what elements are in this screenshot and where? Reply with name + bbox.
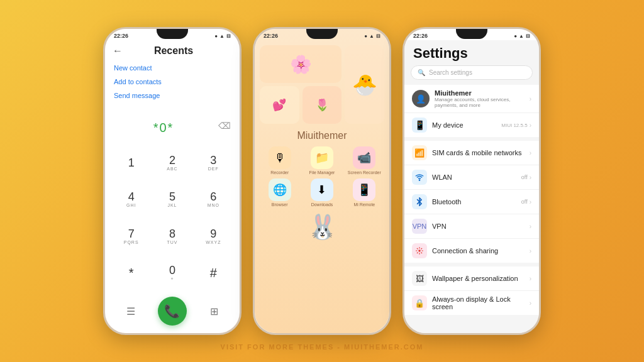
call-button[interactable]: 📞: [158, 297, 187, 326]
dial-key-hash[interactable]: #: [194, 255, 233, 290]
sim-text: SIM cards & mobile networks: [432, 149, 525, 156]
bluetooth-text: Bluetooth: [432, 198, 516, 206]
app-screen-recorder[interactable]: 📹 Screen Recorder: [345, 146, 384, 175]
dial-key-0[interactable]: 0 +: [152, 255, 192, 290]
phone-recents: 22:26 ● ▲ ⊟ ← Recents New contact Add to…: [103, 27, 242, 335]
chevron-icon-3: ›: [530, 150, 531, 156]
chevron-icon-8: ›: [530, 275, 531, 282]
chevron-icon-4: ›: [530, 174, 531, 181]
chevron-icon-5: ›: [530, 199, 531, 206]
connection-text: Connection & sharing: [432, 247, 525, 255]
account-name: Miuithemer: [435, 89, 525, 97]
chevron-icon-9: ›: [530, 300, 531, 307]
chevron-icon-2: ›: [530, 122, 531, 129]
camera-notch-2: [306, 29, 338, 39]
dial-key-3[interactable]: 3 DEF: [194, 145, 233, 180]
chevron-icon-7: ›: [530, 248, 531, 255]
chevron-icon: ›: [530, 96, 531, 102]
search-icon: 🔍: [418, 69, 425, 76]
avatar: 👤: [412, 90, 430, 107]
dial-key-7[interactable]: 7 PQRS: [111, 219, 151, 254]
chevron-icon-6: ›: [530, 223, 531, 230]
device-label: My device: [432, 121, 496, 129]
dialpad-display: *0*: [114, 111, 213, 140]
bluetooth-icon: [412, 194, 427, 209]
account-row[interactable]: 👤 Miuithemer Manage accounts, cloud serv…: [404, 85, 539, 113]
search-placeholder: Search settings: [429, 69, 472, 76]
vpn-text: VPN: [432, 222, 525, 230]
status-icons-1: ● ▲ ⊟: [214, 33, 231, 39]
account-section: 👤 Miuithemer Manage accounts, cloud serv…: [404, 85, 539, 137]
widget-small-1: 💕: [260, 86, 299, 124]
vpn-icon: VPN: [412, 219, 427, 234]
account-text: Miuithemer Manage accounts, cloud servic…: [435, 89, 525, 108]
recents-links: New contact Add to contacts Send message: [105, 59, 240, 104]
camera-notch: [157, 29, 188, 39]
dial-key-8[interactable]: 8 TUV: [152, 219, 192, 254]
my-device-row[interactable]: 📱 My device MIUI 12.5.5 ›: [404, 113, 539, 137]
delete-icon[interactable]: ⌫: [218, 121, 231, 131]
phone-home: 22:26 ● ▲ ⊟ 🌸 🐣 💕 🌷 Miuithemer 🎙 Recorde…: [253, 27, 391, 335]
app-recorder[interactable]: 🎙 Recorder: [260, 146, 299, 175]
bluetooth-row[interactable]: Bluetooth off ›: [404, 190, 539, 214]
app-downloads[interactable]: ⬇ Downloads: [302, 178, 341, 207]
device-right: MIUI 12.5.5 ›: [501, 122, 531, 129]
settings-search-bar[interactable]: 🔍 Search settings: [411, 65, 533, 80]
always-on-row[interactable]: 🔒 Always-on display & Lock screen ›: [404, 291, 539, 315]
wallpaper-label: Wallpaper & personalization: [432, 275, 525, 282]
always-on-text: Always-on display & Lock screen: [432, 295, 525, 310]
device-text: My device: [432, 121, 496, 129]
dial-key-4[interactable]: 4 GHI: [111, 182, 151, 217]
wlan-status: off: [521, 174, 528, 180]
dial-key-6[interactable]: 6 MNO: [194, 182, 233, 217]
sim-row[interactable]: 📶 SIM cards & mobile networks ›: [404, 141, 539, 165]
wlan-right: off ›: [521, 174, 531, 181]
dialpad-bottom: ☰ 📞 ⊞: [105, 293, 240, 333]
settings-title: Settings: [404, 40, 539, 65]
vpn-row[interactable]: VPN VPN ›: [404, 214, 539, 239]
bluetooth-label: Bluetooth: [432, 198, 516, 206]
time-3: 22:26: [413, 33, 428, 39]
dial-key-1[interactable]: 1: [111, 145, 151, 180]
status-icons-2: ● ▲ ⊟: [364, 33, 380, 39]
settings-scroll: Settings 🔍 Search settings 👤 Miuithemer …: [404, 40, 539, 333]
dialpad-grid-icon[interactable]: ⊞: [203, 300, 225, 322]
wlan-row[interactable]: WLAN off ›: [404, 165, 539, 190]
account-sub: Manage accounts, cloud services, payment…: [435, 97, 525, 108]
time-2: 22:26: [264, 33, 278, 39]
app-mi-remote[interactable]: 📱 Mi Remote: [345, 178, 384, 207]
widget-grid: 🌸 🐣 💕 🌷: [260, 45, 384, 124]
app-file-manager[interactable]: 📁 File Manager: [302, 146, 341, 175]
app-grid-1: 🎙 Recorder 📁 File Manager 📹 Screen Recor…: [260, 146, 384, 175]
vpn-label: VPN: [432, 222, 525, 230]
wallpaper-row[interactable]: 🖼 Wallpaper & personalization ›: [404, 266, 539, 291]
dial-key-star[interactable]: *: [111, 255, 151, 290]
app-grid-2: 🌐 Browser ⬇ Downloads 📱 Mi Remote: [260, 178, 384, 207]
watermark-text: VISIT FOR MORE THEMES - MIUITHEMER.COM: [221, 343, 424, 351]
bluetooth-status: off: [521, 199, 528, 205]
wlan-text: WLAN: [432, 173, 516, 181]
connection-icon: [412, 243, 427, 258]
app-browser[interactable]: 🌐 Browser: [260, 178, 299, 207]
recents-title: Recents: [128, 45, 219, 57]
back-button[interactable]: ←: [113, 45, 123, 57]
lock-icon: 🔒: [412, 295, 427, 310]
svg-point-1: [418, 250, 421, 252]
dialpad-menu-icon[interactable]: ☰: [119, 300, 142, 322]
dial-key-9[interactable]: 9 WXYZ: [194, 219, 233, 254]
recents-header: ← Recents: [105, 40, 240, 59]
home-illustration: 🐰: [308, 213, 337, 241]
new-contact-link[interactable]: New contact: [114, 64, 231, 72]
dial-key-5[interactable]: 5 JKL: [152, 182, 192, 217]
wlan-label: WLAN: [432, 173, 516, 181]
connection-sharing-row[interactable]: Connection & sharing ›: [404, 239, 539, 263]
sim-icon: 📶: [412, 145, 427, 160]
add-to-contacts-link[interactable]: Add to contacts: [114, 78, 231, 85]
send-message-link[interactable]: Send message: [114, 92, 231, 99]
camera-notch-3: [456, 29, 487, 39]
personalization-section: 🖼 Wallpaper & personalization › 🔒 Always…: [404, 266, 539, 315]
bluetooth-right: off ›: [521, 199, 531, 206]
dial-key-2[interactable]: 2 ABC: [152, 145, 192, 180]
always-on-label: Always-on display & Lock screen: [432, 295, 525, 310]
time-1: 22:26: [114, 33, 128, 39]
